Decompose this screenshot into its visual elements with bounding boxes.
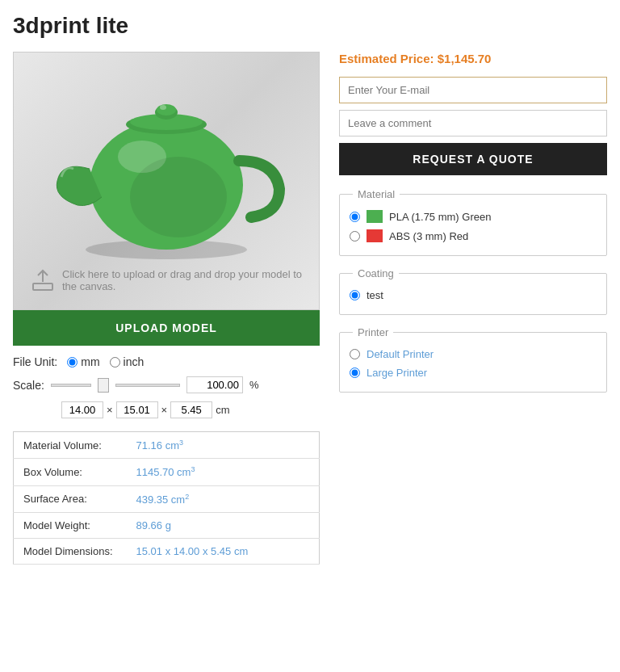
scale-handle[interactable]	[98, 378, 109, 393]
dim-x-input[interactable]	[61, 401, 103, 418]
table-row: Model Dimensions: 15.01 x 14.00 x 5.45 c…	[14, 538, 320, 564]
handle	[239, 161, 279, 217]
dimensions-row: × × cm	[61, 401, 320, 418]
body-shade	[130, 157, 227, 237]
printer-legend: Printer	[353, 326, 393, 338]
upload-model-button[interactable]: UPLOAD MODEL	[13, 310, 320, 346]
stat-label: Material Volume:	[14, 432, 127, 459]
material-option-abs[interactable]: ABS (3 mm) Red	[350, 226, 597, 246]
left-panel: Click here to upload or drag and drop yo…	[13, 52, 320, 565]
dim-sep-1: ×	[107, 404, 113, 416]
material-abs-radio[interactable]	[350, 231, 360, 242]
printer-option-default[interactable]: Default Printer	[350, 345, 597, 363]
unit-mm-text: mm	[81, 355, 99, 368]
knob-top	[157, 104, 176, 116]
coating-option-test[interactable]: test	[350, 286, 597, 304]
svg-rect-0	[33, 284, 52, 290]
dim-sep-2: ×	[161, 404, 168, 416]
scale-row: Scale: %	[13, 376, 320, 393]
scale-percent: %	[249, 379, 259, 391]
stat-value: 439.35 cm2	[127, 485, 320, 512]
app-title: 3dprint lite	[13, 13, 607, 39]
email-input[interactable]	[339, 77, 607, 103]
material-pla-radio[interactable]	[350, 212, 360, 222]
scale-track-left	[51, 384, 91, 387]
printer-group: Printer Default Printer Large Printer	[339, 326, 607, 393]
printer-default-radio[interactable]	[350, 349, 360, 359]
stat-value: 71.16 cm3	[127, 432, 320, 459]
upload-hint: Click here to upload or drag and drop yo…	[30, 267, 319, 293]
material-group: Material PLA (1.75 mm) Green ABS (3 mm) …	[339, 188, 607, 256]
pla-color-swatch	[367, 210, 383, 223]
unit-inch-label[interactable]: inch	[110, 355, 145, 368]
printer-default-link[interactable]: Default Printer	[367, 348, 434, 360]
printer-option-large[interactable]: Large Printer	[350, 363, 597, 382]
stat-label: Surface Area:	[14, 485, 127, 512]
stat-value: 15.01 x 14.00 x 5.45 cm	[127, 538, 320, 564]
printer-large-link[interactable]: Large Printer	[367, 367, 427, 379]
file-unit-row: File Unit: mm inch	[13, 355, 320, 368]
stat-label: Model Dimensions:	[14, 538, 127, 564]
material-option-pla[interactable]: PLA (1.75 mm) Green	[350, 207, 597, 226]
scale-track-right	[115, 384, 180, 387]
table-row: Model Weight: 89.66 g	[14, 512, 320, 538]
teapot-svg	[45, 64, 287, 266]
stats-table: Material Volume: 71.16 cm3 Box Volume: 1…	[13, 431, 320, 565]
coating-group: Coating test	[339, 267, 607, 315]
scale-input[interactable]	[186, 376, 243, 393]
unit-inch-text: inch	[124, 355, 145, 368]
model-preview	[22, 61, 311, 269]
comment-input[interactable]	[339, 110, 607, 136]
coating-test-label: test	[367, 289, 383, 301]
upload-hint-text: Click here to upload or drag and drop yo…	[62, 268, 319, 292]
file-unit-label: File Unit:	[13, 355, 57, 368]
stat-value: 89.66 g	[127, 512, 320, 538]
estimated-price-label: Estimated Price:	[339, 52, 434, 65]
table-row: Surface Area: 439.35 cm2	[14, 485, 320, 512]
dim-unit: cm	[216, 404, 229, 416]
dim-y-input[interactable]	[116, 401, 158, 418]
dim-z-input[interactable]	[170, 401, 212, 418]
coating-test-radio[interactable]	[350, 290, 360, 300]
abs-color-swatch	[367, 229, 383, 242]
scale-label: Scale:	[13, 379, 44, 392]
material-pla-label: PLA (1.75 mm) Green	[389, 211, 491, 223]
model-canvas[interactable]: Click here to upload or drag and drop yo…	[13, 52, 320, 310]
stat-label: Box Volume:	[14, 459, 127, 485]
material-abs-label: ABS (3 mm) Red	[389, 230, 468, 242]
material-legend: Material	[353, 188, 400, 200]
unit-mm-radio[interactable]	[67, 357, 78, 368]
quote-button[interactable]: REQUEST A QUOTE	[339, 143, 607, 175]
coating-legend: Coating	[353, 267, 399, 279]
stat-label: Model Weight:	[14, 512, 127, 538]
knob-highlight	[160, 105, 166, 110]
right-panel: Estimated Price: $1,145.70 REQUEST A QUO…	[339, 52, 607, 404]
upload-hint-icon	[30, 267, 56, 293]
stat-value: 1145.70 cm3	[127, 459, 320, 485]
printer-large-radio[interactable]	[350, 368, 360, 378]
table-row: Box Volume: 1145.70 cm3	[14, 459, 320, 485]
unit-inch-radio[interactable]	[110, 357, 120, 368]
unit-mm-label[interactable]: mm	[67, 355, 99, 368]
table-row: Material Volume: 71.16 cm3	[14, 432, 320, 459]
estimated-price: Estimated Price: $1,145.70	[339, 52, 607, 65]
estimated-price-value: $1,145.70	[438, 52, 492, 65]
